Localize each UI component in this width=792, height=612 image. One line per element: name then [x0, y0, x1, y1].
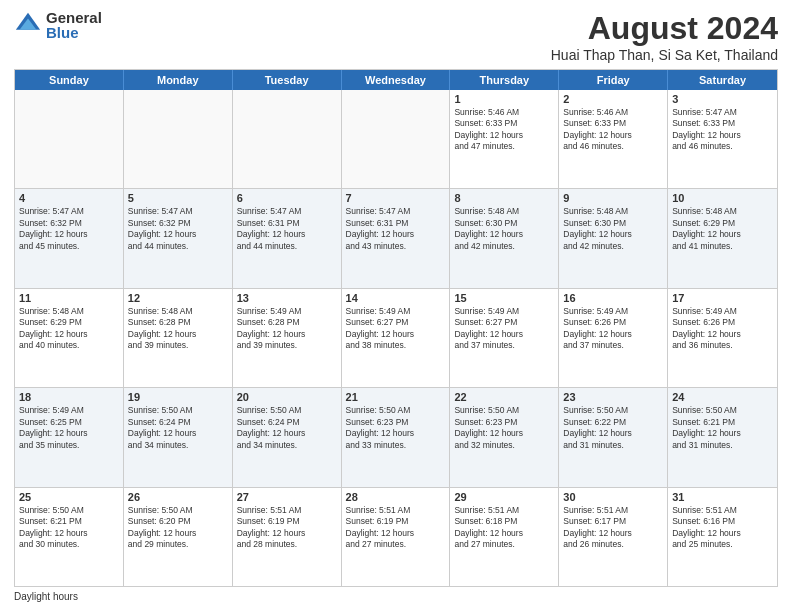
day-cell-29: 29Sunrise: 5:51 AM Sunset: 6:18 PM Dayli…: [450, 488, 559, 586]
day-number: 20: [237, 391, 337, 403]
week-row-4: 18Sunrise: 5:49 AM Sunset: 6:25 PM Dayli…: [15, 388, 777, 487]
logo-general: General: [46, 10, 102, 25]
header-day-monday: Monday: [124, 70, 233, 90]
day-number: 11: [19, 292, 119, 304]
day-cell-24: 24Sunrise: 5:50 AM Sunset: 6:21 PM Dayli…: [668, 388, 777, 486]
day-cell-31: 31Sunrise: 5:51 AM Sunset: 6:16 PM Dayli…: [668, 488, 777, 586]
day-info: Sunrise: 5:47 AM Sunset: 6:32 PM Dayligh…: [19, 206, 119, 252]
day-info: Sunrise: 5:49 AM Sunset: 6:26 PM Dayligh…: [563, 306, 663, 352]
day-cell-4: 4Sunrise: 5:47 AM Sunset: 6:32 PM Daylig…: [15, 189, 124, 287]
day-cell-9: 9Sunrise: 5:48 AM Sunset: 6:30 PM Daylig…: [559, 189, 668, 287]
header-day-friday: Friday: [559, 70, 668, 90]
day-number: 19: [128, 391, 228, 403]
day-number: 24: [672, 391, 773, 403]
day-info: Sunrise: 5:49 AM Sunset: 6:27 PM Dayligh…: [454, 306, 554, 352]
day-number: 3: [672, 93, 773, 105]
day-info: Sunrise: 5:50 AM Sunset: 6:21 PM Dayligh…: [19, 505, 119, 551]
day-cell-8: 8Sunrise: 5:48 AM Sunset: 6:30 PM Daylig…: [450, 189, 559, 287]
empty-cell-w0c1: [124, 90, 233, 188]
day-number: 8: [454, 192, 554, 204]
day-info: Sunrise: 5:47 AM Sunset: 6:33 PM Dayligh…: [672, 107, 773, 153]
day-info: Sunrise: 5:46 AM Sunset: 6:33 PM Dayligh…: [563, 107, 663, 153]
day-info: Sunrise: 5:48 AM Sunset: 6:29 PM Dayligh…: [19, 306, 119, 352]
day-cell-17: 17Sunrise: 5:49 AM Sunset: 6:26 PM Dayli…: [668, 289, 777, 387]
header-day-sunday: Sunday: [15, 70, 124, 90]
day-number: 5: [128, 192, 228, 204]
day-cell-10: 10Sunrise: 5:48 AM Sunset: 6:29 PM Dayli…: [668, 189, 777, 287]
day-number: 21: [346, 391, 446, 403]
day-number: 31: [672, 491, 773, 503]
day-cell-21: 21Sunrise: 5:50 AM Sunset: 6:23 PM Dayli…: [342, 388, 451, 486]
day-info: Sunrise: 5:47 AM Sunset: 6:31 PM Dayligh…: [346, 206, 446, 252]
day-cell-2: 2Sunrise: 5:46 AM Sunset: 6:33 PM Daylig…: [559, 90, 668, 188]
day-info: Sunrise: 5:48 AM Sunset: 6:28 PM Dayligh…: [128, 306, 228, 352]
day-number: 9: [563, 192, 663, 204]
day-info: Sunrise: 5:48 AM Sunset: 6:29 PM Dayligh…: [672, 206, 773, 252]
week-row-3: 11Sunrise: 5:48 AM Sunset: 6:29 PM Dayli…: [15, 289, 777, 388]
day-number: 29: [454, 491, 554, 503]
day-cell-28: 28Sunrise: 5:51 AM Sunset: 6:19 PM Dayli…: [342, 488, 451, 586]
week-row-5: 25Sunrise: 5:50 AM Sunset: 6:21 PM Dayli…: [15, 488, 777, 586]
day-cell-22: 22Sunrise: 5:50 AM Sunset: 6:23 PM Dayli…: [450, 388, 559, 486]
day-cell-30: 30Sunrise: 5:51 AM Sunset: 6:17 PM Dayli…: [559, 488, 668, 586]
day-info: Sunrise: 5:47 AM Sunset: 6:31 PM Dayligh…: [237, 206, 337, 252]
day-number: 12: [128, 292, 228, 304]
day-cell-6: 6Sunrise: 5:47 AM Sunset: 6:31 PM Daylig…: [233, 189, 342, 287]
day-info: Sunrise: 5:51 AM Sunset: 6:17 PM Dayligh…: [563, 505, 663, 551]
day-info: Sunrise: 5:51 AM Sunset: 6:19 PM Dayligh…: [237, 505, 337, 551]
empty-cell-w0c2: [233, 90, 342, 188]
day-info: Sunrise: 5:49 AM Sunset: 6:27 PM Dayligh…: [346, 306, 446, 352]
day-number: 6: [237, 192, 337, 204]
day-info: Sunrise: 5:50 AM Sunset: 6:24 PM Dayligh…: [128, 405, 228, 451]
calendar-body: 1Sunrise: 5:46 AM Sunset: 6:33 PM Daylig…: [15, 90, 777, 586]
day-info: Sunrise: 5:50 AM Sunset: 6:23 PM Dayligh…: [454, 405, 554, 451]
day-info: Sunrise: 5:49 AM Sunset: 6:26 PM Dayligh…: [672, 306, 773, 352]
day-number: 26: [128, 491, 228, 503]
day-cell-7: 7Sunrise: 5:47 AM Sunset: 6:31 PM Daylig…: [342, 189, 451, 287]
day-cell-14: 14Sunrise: 5:49 AM Sunset: 6:27 PM Dayli…: [342, 289, 451, 387]
logo-icon: [14, 11, 42, 39]
day-number: 30: [563, 491, 663, 503]
header: General Blue August 2024 Huai Thap Than,…: [14, 10, 778, 63]
day-number: 18: [19, 391, 119, 403]
day-number: 27: [237, 491, 337, 503]
day-cell-3: 3Sunrise: 5:47 AM Sunset: 6:33 PM Daylig…: [668, 90, 777, 188]
day-cell-16: 16Sunrise: 5:49 AM Sunset: 6:26 PM Dayli…: [559, 289, 668, 387]
title-block: August 2024 Huai Thap Than, Si Sa Ket, T…: [551, 10, 778, 63]
day-info: Sunrise: 5:50 AM Sunset: 6:20 PM Dayligh…: [128, 505, 228, 551]
day-number: 1: [454, 93, 554, 105]
day-cell-19: 19Sunrise: 5:50 AM Sunset: 6:24 PM Dayli…: [124, 388, 233, 486]
subtitle: Huai Thap Than, Si Sa Ket, Thailand: [551, 47, 778, 63]
day-info: Sunrise: 5:46 AM Sunset: 6:33 PM Dayligh…: [454, 107, 554, 153]
day-cell-1: 1Sunrise: 5:46 AM Sunset: 6:33 PM Daylig…: [450, 90, 559, 188]
day-number: 14: [346, 292, 446, 304]
day-info: Sunrise: 5:51 AM Sunset: 6:18 PM Dayligh…: [454, 505, 554, 551]
day-number: 2: [563, 93, 663, 105]
day-cell-11: 11Sunrise: 5:48 AM Sunset: 6:29 PM Dayli…: [15, 289, 124, 387]
calendar-header: SundayMondayTuesdayWednesdayThursdayFrid…: [15, 70, 777, 90]
day-number: 13: [237, 292, 337, 304]
header-day-saturday: Saturday: [668, 70, 777, 90]
day-cell-25: 25Sunrise: 5:50 AM Sunset: 6:21 PM Dayli…: [15, 488, 124, 586]
day-cell-15: 15Sunrise: 5:49 AM Sunset: 6:27 PM Dayli…: [450, 289, 559, 387]
day-info: Sunrise: 5:49 AM Sunset: 6:25 PM Dayligh…: [19, 405, 119, 451]
day-cell-26: 26Sunrise: 5:50 AM Sunset: 6:20 PM Dayli…: [124, 488, 233, 586]
empty-cell-w0c0: [15, 90, 124, 188]
day-number: 4: [19, 192, 119, 204]
day-number: 15: [454, 292, 554, 304]
day-cell-12: 12Sunrise: 5:48 AM Sunset: 6:28 PM Dayli…: [124, 289, 233, 387]
day-info: Sunrise: 5:47 AM Sunset: 6:32 PM Dayligh…: [128, 206, 228, 252]
day-number: 22: [454, 391, 554, 403]
day-number: 16: [563, 292, 663, 304]
day-info: Sunrise: 5:50 AM Sunset: 6:23 PM Dayligh…: [346, 405, 446, 451]
day-number: 10: [672, 192, 773, 204]
logo-text: General Blue: [46, 10, 102, 40]
day-info: Sunrise: 5:51 AM Sunset: 6:19 PM Dayligh…: [346, 505, 446, 551]
day-cell-20: 20Sunrise: 5:50 AM Sunset: 6:24 PM Dayli…: [233, 388, 342, 486]
header-day-thursday: Thursday: [450, 70, 559, 90]
day-number: 7: [346, 192, 446, 204]
footer-note: Daylight hours: [14, 591, 778, 602]
day-info: Sunrise: 5:48 AM Sunset: 6:30 PM Dayligh…: [563, 206, 663, 252]
day-info: Sunrise: 5:51 AM Sunset: 6:16 PM Dayligh…: [672, 505, 773, 551]
main-title: August 2024: [551, 10, 778, 47]
